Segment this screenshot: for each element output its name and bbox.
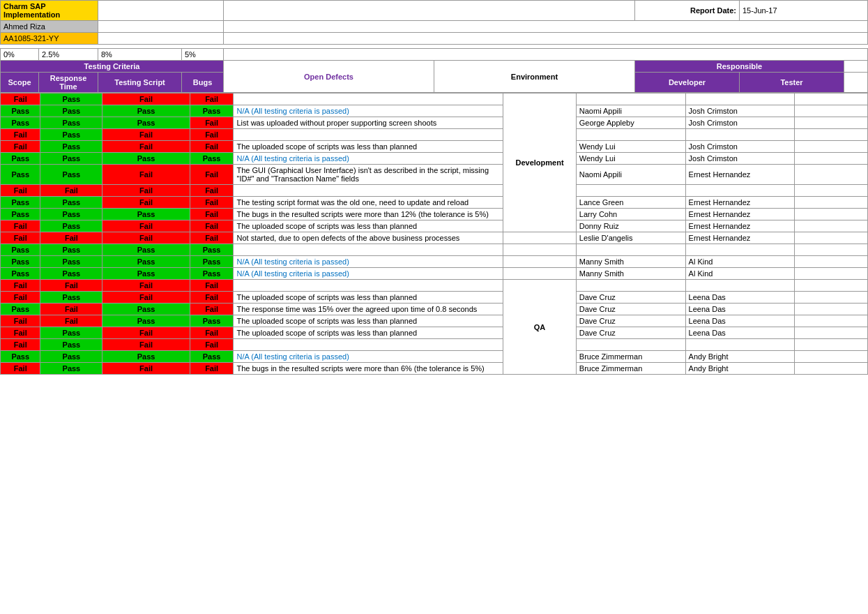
scope-cell: Fail bbox=[1, 292, 40, 304]
response-cell: Pass bbox=[40, 165, 102, 185]
scope-cell: Pass bbox=[1, 209, 40, 220]
manager-name: Ahmed Riza bbox=[1, 21, 98, 33]
dev-cell: Manny Smith bbox=[576, 256, 685, 268]
environment-header: Environment bbox=[434, 61, 634, 93]
table-row: PassPassPassPassN/A (All testing criteri… bbox=[1, 351, 868, 363]
response-cell: Pass bbox=[40, 153, 102, 165]
tester-cell bbox=[685, 339, 795, 351]
extra-cell bbox=[795, 363, 868, 375]
dev-cell: Larry Cohn bbox=[576, 209, 685, 220]
pct-response: 2.5% bbox=[39, 49, 98, 61]
response-cell: Pass bbox=[40, 220, 102, 232]
dev-cell: Lance Green bbox=[576, 197, 685, 209]
tester-cell bbox=[685, 244, 795, 256]
scope-cell: Fail bbox=[1, 232, 40, 244]
script-cell: Fail bbox=[102, 339, 190, 351]
bugs-cell: Fail bbox=[190, 232, 234, 244]
env-empty-cell bbox=[503, 268, 577, 280]
extra-cell bbox=[795, 232, 868, 244]
table-row: FailFailFailFail bbox=[1, 185, 868, 197]
response-cell: Pass bbox=[40, 363, 102, 375]
tester-cell: Leena Das bbox=[685, 292, 795, 304]
extra-cell bbox=[795, 339, 868, 351]
tester-cell: Andy Bright bbox=[685, 363, 795, 375]
script-cell: Pass bbox=[102, 304, 190, 315]
env-empty-cell bbox=[503, 244, 577, 256]
extra-cell bbox=[795, 129, 868, 141]
bugs-cell: Pass bbox=[190, 256, 234, 268]
response-cell: Pass bbox=[40, 209, 102, 220]
defect-cell bbox=[234, 280, 503, 292]
project-title: Charm SAP Implementation bbox=[1, 1, 98, 21]
bugs-cell: Fail bbox=[190, 209, 234, 220]
env-empty-cell bbox=[503, 232, 577, 244]
extra-cell bbox=[795, 197, 868, 209]
extra-cell bbox=[795, 327, 868, 339]
defect-cell: The uploaded scope of scripts was less t… bbox=[234, 315, 503, 327]
script-cell: Fail bbox=[102, 280, 190, 292]
response-cell: Pass bbox=[40, 351, 102, 363]
extra-cell bbox=[795, 153, 868, 165]
bugs-cell: Fail bbox=[190, 339, 234, 351]
table-row: FailPassFailFail bbox=[1, 339, 868, 351]
tester-cell: Ernest Hernandez bbox=[685, 209, 795, 220]
extra-cell bbox=[795, 220, 868, 232]
report-date-label: Report Date: bbox=[634, 1, 739, 21]
tester-cell: Andy Bright bbox=[685, 351, 795, 363]
table-row: PassPassFailFailThe testing script forma… bbox=[1, 197, 868, 209]
dev-cell bbox=[576, 244, 685, 256]
defect-cell bbox=[234, 93, 503, 105]
bugs-cell: Fail bbox=[190, 93, 234, 105]
table-row: PassPassPassPassN/A (All testing criteri… bbox=[1, 256, 868, 268]
table-row: FailPassFailFailThe uploaded scope of sc… bbox=[1, 141, 868, 153]
bugs-cell: Pass bbox=[190, 315, 234, 327]
dev-cell: George Appleby bbox=[576, 117, 685, 129]
script-cell: Pass bbox=[102, 209, 190, 220]
response-cell: Fail bbox=[40, 232, 102, 244]
extra-cell bbox=[795, 280, 868, 292]
response-cell: Fail bbox=[40, 304, 102, 315]
defect-cell: N/A (All testing criteria is passed) bbox=[234, 153, 503, 165]
script-cell: Pass bbox=[102, 268, 190, 280]
pct-bugs: 5% bbox=[182, 49, 224, 61]
table-row: PassPassPassPassN/A (All testing criteri… bbox=[1, 268, 868, 280]
bugs-cell: Pass bbox=[190, 268, 234, 280]
response-cell: Pass bbox=[40, 93, 102, 105]
table-row: FailFailFailFailNot started, due to open… bbox=[1, 232, 868, 244]
developer-header: Developer bbox=[634, 73, 739, 93]
tester-cell: Josh Crimston bbox=[685, 141, 795, 153]
table-row: PassPassPassPassN/A (All testing criteri… bbox=[1, 105, 868, 117]
response-cell: Pass bbox=[40, 268, 102, 280]
bugs-cell: Pass bbox=[190, 351, 234, 363]
dev-cell: Manny Smith bbox=[576, 268, 685, 280]
scope-header: Scope bbox=[1, 73, 39, 93]
script-cell: Fail bbox=[102, 232, 190, 244]
tester-cell: Leena Das bbox=[685, 304, 795, 315]
script-cell: Fail bbox=[102, 292, 190, 304]
extra-cell bbox=[795, 165, 868, 185]
table-row: PassPassPassFailThe bugs in the resulted… bbox=[1, 209, 868, 220]
dev-cell: Naomi Appili bbox=[576, 105, 685, 117]
response-cell: Fail bbox=[40, 185, 102, 197]
table-row: PassFailPassFailThe response time was 15… bbox=[1, 304, 868, 315]
tester-cell: Ernest Hernandez bbox=[685, 232, 795, 244]
script-cell: Pass bbox=[102, 153, 190, 165]
table-row: FailPassFailFailThe bugs in the resulted… bbox=[1, 363, 868, 375]
script-cell: Fail bbox=[102, 220, 190, 232]
tester-cell bbox=[685, 185, 795, 197]
extra-cell bbox=[795, 351, 868, 363]
bugs-cell: Fail bbox=[190, 129, 234, 141]
extra-cell bbox=[795, 117, 868, 129]
defect-cell: N/A (All testing criteria is passed) bbox=[234, 351, 503, 363]
tester-cell bbox=[685, 129, 795, 141]
defect-cell: The bugs in the resulted scripts were mo… bbox=[234, 363, 503, 375]
script-cell: Fail bbox=[102, 141, 190, 153]
report-date: 15-Jun-17 bbox=[739, 1, 867, 21]
tester-cell: Ernest Hernandez bbox=[685, 197, 795, 209]
tester-cell: Al Kind bbox=[685, 268, 795, 280]
response-cell: Pass bbox=[40, 197, 102, 209]
project-code: AA1085-321-YY bbox=[1, 33, 98, 45]
scope-cell: Fail bbox=[1, 185, 40, 197]
defect-cell bbox=[234, 129, 503, 141]
response-cell: Pass bbox=[40, 292, 102, 304]
